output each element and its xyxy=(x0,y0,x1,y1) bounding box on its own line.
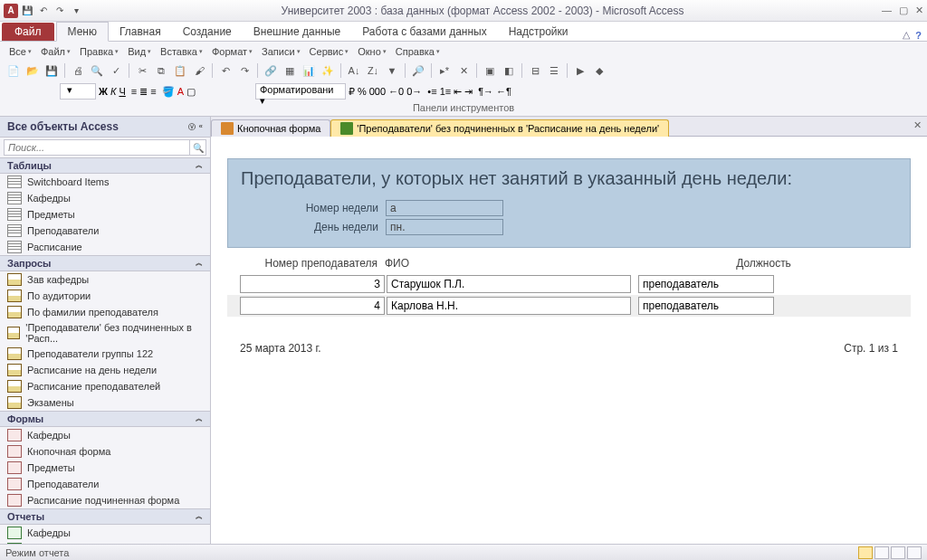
align-left-icon[interactable]: ≡ xyxy=(131,86,137,97)
menu-window[interactable]: Окно▾ xyxy=(354,45,390,58)
nav-item[interactable]: Расписание xyxy=(0,239,210,255)
nav-group-form[interactable]: Формы︽ xyxy=(0,411,210,427)
object-icon[interactable]: ◧ xyxy=(501,62,517,79)
nav-group-report[interactable]: Отчеты︽ xyxy=(0,508,210,525)
cut-icon[interactable]: ✂ xyxy=(134,62,150,79)
redo-icon[interactable]: ↷ xyxy=(53,4,67,18)
ribbon-minimize-icon[interactable]: △ xyxy=(903,29,910,41)
nav-item[interactable]: Зав кафедры xyxy=(0,271,210,288)
search-icon[interactable]: 🔍 xyxy=(190,139,206,156)
nav-item[interactable]: Расписание преподавателей xyxy=(0,378,210,394)
percent-icon[interactable]: % xyxy=(358,86,367,97)
relationships-icon[interactable]: ⊟ xyxy=(527,62,543,79)
menu-file[interactable]: Файл▾ xyxy=(37,45,74,58)
nav-item[interactable]: Преподаватели xyxy=(0,223,210,239)
qat-customize-icon[interactable]: ▾ xyxy=(69,4,83,18)
nav-item[interactable]: 'Преподаватели' без подчиненных в 'Расп.… xyxy=(0,320,210,346)
ribbon-tab-db-tools[interactable]: Работа с базами данных xyxy=(351,23,497,41)
ribbon-tab-external[interactable]: Внешние данные xyxy=(243,23,352,41)
formatting-combo[interactable]: Форматировани ▾ xyxy=(255,83,346,100)
nav-item[interactable]: Кафедры xyxy=(0,427,210,443)
vba-icon[interactable]: ◆ xyxy=(591,62,607,79)
italic-icon[interactable]: К xyxy=(110,86,116,97)
nav-group-query[interactable]: Запросы︽ xyxy=(0,255,210,271)
nav-item[interactable]: Предметы xyxy=(0,206,210,223)
nav-item[interactable]: Кафедры xyxy=(0,525,210,541)
outdent-icon[interactable]: ⇤ xyxy=(454,86,462,98)
menu-view[interactable]: Вид▾ xyxy=(124,45,155,58)
nav-collapse-icon[interactable]: « xyxy=(199,122,203,132)
redo-tb-icon[interactable]: ↷ xyxy=(236,62,253,79)
nav-item[interactable]: Преподаватели группы 122 xyxy=(0,346,210,362)
menu-insert[interactable]: Вставка▾ xyxy=(157,45,206,58)
menu-help[interactable]: Справка▾ xyxy=(392,45,444,58)
save-icon[interactable]: 💾 xyxy=(20,4,34,18)
ribbon-tab-create[interactable]: Создание xyxy=(172,23,243,41)
nav-pane-header[interactable]: Все объекты Access ⓥ« xyxy=(0,117,210,138)
nav-item[interactable]: Предметы xyxy=(0,460,210,476)
align-center-icon[interactable]: ≣ xyxy=(139,86,148,98)
delete-record-icon[interactable]: ✕ xyxy=(455,62,472,79)
fill-color-icon[interactable]: 🪣 xyxy=(162,86,175,98)
ltr-icon[interactable]: ¶→ xyxy=(478,86,493,97)
nav-item[interactable]: Экзамены xyxy=(0,394,210,411)
open-icon[interactable]: 📂 xyxy=(24,62,41,79)
ribbon-tab-home[interactable]: Главная xyxy=(109,23,172,41)
menu-records[interactable]: Записи▾ xyxy=(258,45,304,58)
nav-item[interactable]: По фамилии преподавателя xyxy=(0,304,210,320)
view-print-icon[interactable] xyxy=(874,546,889,559)
indent-icon[interactable]: ⇥ xyxy=(464,86,473,98)
macro-icon[interactable]: ▶ xyxy=(572,62,588,79)
new-icon[interactable]: 📄 xyxy=(5,62,22,79)
paste-icon[interactable]: 📋 xyxy=(172,62,188,79)
undo-tb-icon[interactable]: ↶ xyxy=(217,62,234,79)
nav-group-table[interactable]: Таблицы︽ xyxy=(0,157,210,174)
undo-icon[interactable]: ↶ xyxy=(36,4,51,18)
db-window-icon[interactable]: ▣ xyxy=(482,62,498,79)
numbering-icon[interactable]: 1≡ xyxy=(440,86,452,97)
ribbon-tab-addins[interactable]: Надстройки xyxy=(498,23,579,41)
doc-tab-form[interactable]: Кнопочная форма xyxy=(211,119,330,137)
view-report-icon[interactable] xyxy=(858,546,873,559)
filter-icon[interactable]: ▼ xyxy=(384,62,400,79)
rtl-icon[interactable]: ←¶ xyxy=(496,86,511,97)
nav-filter-icon[interactable]: ⓥ xyxy=(188,122,196,132)
chart-icon[interactable]: 📊 xyxy=(301,62,317,79)
format-painter-icon[interactable]: 🖌 xyxy=(191,62,207,79)
underline-icon[interactable]: Ч xyxy=(119,86,125,97)
wizard-icon[interactable]: ✨ xyxy=(320,62,336,79)
find-icon[interactable]: 🔎 xyxy=(410,62,426,79)
doc-close-icon[interactable]: ✕ xyxy=(913,119,922,131)
close-icon[interactable]: ✕ xyxy=(915,5,923,16)
menu-all[interactable]: Все▾ xyxy=(5,45,35,58)
nav-item[interactable]: По аудитории xyxy=(0,288,210,304)
bullets-icon[interactable]: •≡ xyxy=(427,86,436,97)
new-record-icon[interactable]: ▸* xyxy=(436,62,453,79)
help-icon[interactable]: ? xyxy=(915,30,922,41)
ribbon-tab-menu[interactable]: Меню xyxy=(56,22,109,42)
menu-format[interactable]: Формат▾ xyxy=(208,45,256,58)
spell-icon[interactable]: ✓ xyxy=(108,62,124,79)
align-right-icon[interactable]: ≡ xyxy=(150,86,156,97)
nav-item[interactable]: Расписание на день недели xyxy=(0,362,210,378)
font-color-icon[interactable]: A xyxy=(177,86,184,97)
properties-icon[interactable]: ☰ xyxy=(546,62,562,79)
nav-search-input[interactable] xyxy=(4,139,190,156)
nav-item[interactable]: Кафедры xyxy=(0,190,210,206)
sort-az-icon[interactable]: A↓ xyxy=(346,62,362,79)
view-layout-icon[interactable] xyxy=(891,546,905,559)
bold-icon[interactable]: Ж xyxy=(99,86,108,97)
dec-dec-icon[interactable]: 0→ xyxy=(406,86,422,97)
nav-item[interactable]: Преподаватели xyxy=(0,476,210,492)
currency-icon[interactable]: ₽ xyxy=(349,86,355,98)
preview-icon[interactable]: 🔍 xyxy=(89,62,105,79)
sort-za-icon[interactable]: Z↓ xyxy=(365,62,381,79)
form-icon[interactable]: ▦ xyxy=(282,62,298,79)
print-icon[interactable]: 🖨 xyxy=(70,62,86,79)
link-icon[interactable]: 🔗 xyxy=(263,62,279,79)
nav-item[interactable]: Кнопочная форма xyxy=(0,443,210,460)
view-design-icon[interactable] xyxy=(907,546,922,559)
menu-tools[interactable]: Сервис▾ xyxy=(306,45,353,58)
doc-tab-report[interactable]: 'Преподаватели' без подчиненных в 'Распи… xyxy=(330,119,669,137)
minimize-icon[interactable]: — xyxy=(882,5,892,16)
